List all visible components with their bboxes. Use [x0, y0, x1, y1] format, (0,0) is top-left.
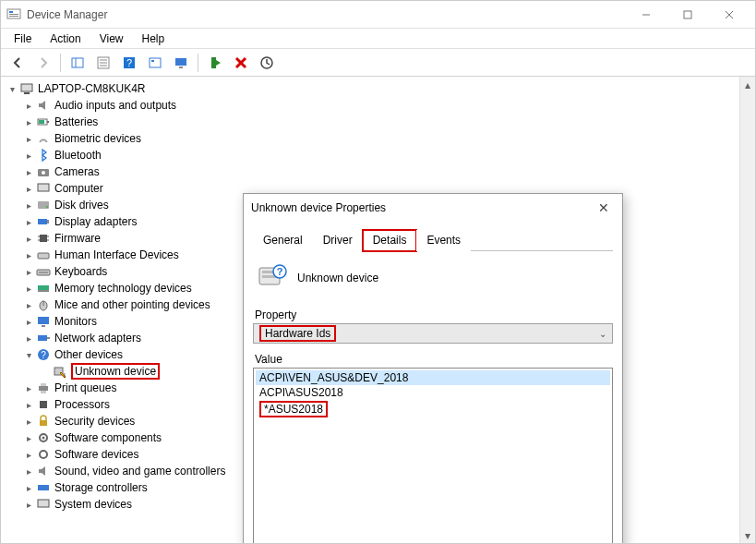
forward-button[interactable]	[32, 53, 54, 73]
close-button[interactable]	[708, 2, 750, 28]
svg-rect-20	[211, 57, 216, 68]
svg-rect-64	[38, 485, 49, 490]
scroll-up-icon[interactable]: ▴	[740, 77, 755, 92]
scan-hardware-button[interactable]	[144, 53, 166, 73]
chevron-right-icon[interactable]: ▸	[23, 299, 34, 310]
question-icon: ?	[36, 347, 51, 362]
dialog-title: Unknown device Properties	[251, 201, 593, 214]
maximize-button[interactable]	[666, 2, 708, 28]
display-adapter-icon	[36, 214, 51, 229]
chevron-right-icon[interactable]: ▸	[23, 465, 34, 477]
value-listbox[interactable]: ACPI\VEN_ASUS&DEV_2018 ACPI\ASUS2018 *AS…	[253, 368, 613, 544]
chevron-down-icon[interactable]: ▾	[23, 349, 34, 360]
chevron-right-icon[interactable]: ▸	[23, 266, 34, 277]
tree-item-audio[interactable]: ▸Audio inputs and outputs	[23, 97, 754, 114]
window-title: Device Manager	[27, 8, 625, 21]
value-row[interactable]: *ASUS2018	[256, 400, 610, 418]
svg-rect-65	[38, 500, 49, 507]
tab-events[interactable]: Events	[416, 230, 471, 251]
value-row[interactable]: ACPI\VEN_ASUS&DEV_2018	[256, 370, 610, 385]
scroll-down-icon[interactable]: ▾	[740, 527, 755, 543]
chevron-down-icon[interactable]: ▾	[6, 83, 18, 94]
speaker-icon	[36, 464, 51, 478]
menu-action[interactable]: Action	[41, 30, 90, 47]
menu-file[interactable]: File	[5, 30, 41, 47]
svg-text:?: ?	[277, 266, 283, 277]
back-button[interactable]	[6, 53, 29, 73]
chevron-right-icon[interactable]: ▸	[23, 183, 34, 194]
menu-help[interactable]: Help	[133, 30, 174, 47]
properties-dialog: Unknown device Properties ✕ General Driv…	[243, 193, 623, 544]
dialog-close-button[interactable]: ✕	[593, 200, 615, 215]
chevron-right-icon[interactable]: ▸	[23, 416, 34, 427]
svg-rect-44	[38, 285, 49, 290]
help-button[interactable]: ?	[118, 53, 140, 73]
chevron-right-icon[interactable]: ▸	[23, 150, 34, 161]
update-driver-button[interactable]	[256, 53, 278, 73]
printer-icon	[36, 381, 51, 395]
network-icon	[36, 331, 51, 345]
tree-item-bluetooth[interactable]: ▸Bluetooth	[23, 147, 754, 163]
show-hide-tree-button[interactable]	[66, 53, 89, 73]
tree-item-batteries[interactable]: ▸Batteries	[23, 114, 754, 130]
svg-rect-49	[42, 325, 45, 327]
chevron-right-icon[interactable]: ▸	[23, 482, 34, 493]
tab-driver[interactable]: Driver	[313, 230, 363, 251]
tree-root[interactable]: ▾ LAPTOP-CM8KUK4R	[6, 80, 754, 97]
chevron-right-icon[interactable]: ▸	[23, 216, 34, 227]
properties-button[interactable]	[92, 53, 114, 73]
chip-icon	[36, 231, 51, 246]
svg-rect-59	[40, 401, 47, 408]
chevron-right-icon[interactable]: ▸	[23, 233, 34, 244]
svg-rect-19	[179, 66, 183, 68]
property-label: Property	[255, 308, 613, 321]
chevron-right-icon[interactable]: ▸	[23, 199, 34, 211]
svg-rect-16	[150, 58, 161, 67]
svg-rect-8	[72, 58, 83, 67]
value-label: Value	[255, 353, 613, 366]
chevron-right-icon[interactable]: ▸	[23, 133, 34, 144]
svg-rect-56	[39, 386, 48, 391]
tab-details[interactable]: Details	[363, 230, 417, 251]
svg-point-33	[46, 206, 48, 208]
svg-rect-2	[9, 14, 18, 15]
value-row[interactable]: ACPI\ASUS2018	[256, 385, 610, 400]
uninstall-device-button[interactable]	[230, 53, 252, 73]
computer-icon	[36, 497, 51, 512]
computer-icon	[19, 81, 34, 96]
chevron-right-icon[interactable]: ▸	[23, 249, 34, 260]
chevron-right-icon[interactable]: ▸	[23, 382, 34, 393]
chevron-right-icon[interactable]: ▸	[23, 316, 34, 327]
chevron-right-icon[interactable]: ▸	[23, 499, 34, 510]
chevron-right-icon[interactable]: ▸	[23, 100, 34, 111]
chevron-right-icon[interactable]: ▸	[23, 116, 34, 127]
storage-icon	[36, 480, 51, 495]
property-dropdown[interactable]: Hardware Ids ⌄	[253, 323, 613, 344]
vertical-scrollbar[interactable]: ▴ ▾	[739, 77, 755, 543]
chevron-right-icon[interactable]: ▸	[23, 332, 34, 344]
tree-item-cameras[interactable]: ▸Cameras	[23, 163, 754, 180]
svg-rect-3	[9, 16, 18, 17]
svg-rect-51	[47, 337, 50, 339]
bluetooth-icon	[36, 148, 51, 163]
svg-rect-17	[151, 60, 154, 62]
tree-item-biometric[interactable]: ▸Biometric devices	[23, 130, 754, 147]
menu-view[interactable]: View	[90, 30, 133, 47]
chevron-right-icon[interactable]: ▸	[23, 283, 34, 294]
hid-icon	[36, 248, 51, 262]
dialog-titlebar[interactable]: Unknown device Properties ✕	[244, 194, 622, 222]
monitor-icon[interactable]	[170, 53, 192, 73]
chevron-right-icon[interactable]: ▸	[23, 166, 34, 177]
monitor-icon	[36, 314, 51, 329]
memory-icon	[36, 281, 51, 296]
chevron-right-icon[interactable]: ▸	[23, 399, 34, 410]
chevron-right-icon[interactable]: ▸	[23, 449, 34, 460]
chevron-right-icon[interactable]: ▸	[23, 432, 34, 443]
svg-rect-28	[39, 120, 44, 124]
minimize-button[interactable]	[625, 2, 666, 28]
toolbar: ?	[1, 49, 755, 77]
mouse-icon	[36, 297, 51, 312]
enable-device-button[interactable]	[204, 53, 226, 73]
app-icon	[6, 7, 21, 22]
tab-general[interactable]: General	[253, 230, 313, 251]
